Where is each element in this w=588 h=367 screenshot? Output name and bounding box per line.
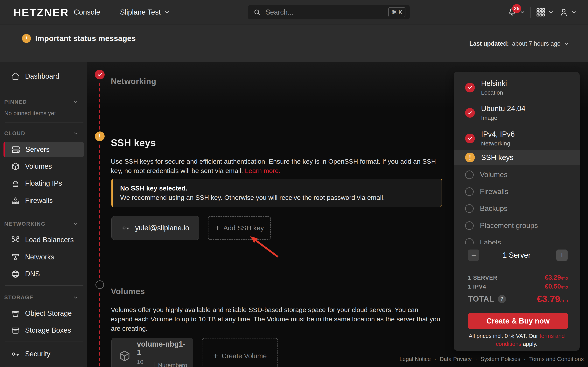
create-volume-button[interactable]: + Create Volume: [202, 338, 278, 367]
increase-server-count-button[interactable]: +: [556, 250, 568, 261]
step-title: Placement groups: [480, 222, 538, 230]
step-title: Ubuntu 24.04: [481, 104, 525, 113]
bucket-icon: [11, 309, 20, 318]
chevron-down-icon: [164, 9, 170, 15]
networking-section-title: Networking: [111, 77, 156, 86]
volume-size: 10 GB: [137, 359, 151, 367]
topbar-actions: 25: [507, 0, 577, 25]
step-todo-badge: [465, 170, 474, 179]
check-icon: [467, 136, 473, 141]
firewall-icon: [11, 196, 20, 205]
create-buy-now-button[interactable]: Create & Buy now: [468, 313, 568, 329]
step-title: Labels: [480, 238, 501, 244]
dot-separator: ·: [434, 356, 436, 362]
add-ssh-key-label: Add SSH key: [224, 224, 264, 232]
step-title: Volumes: [480, 171, 508, 179]
load-balancer-icon: [11, 235, 20, 244]
order-step-backups[interactable]: Backups: [454, 200, 580, 217]
sidebar-item-dns[interactable]: DNS: [0, 266, 87, 282]
project-selector[interactable]: Sliplane Test: [120, 8, 170, 16]
sidebar-item-storage-boxes[interactable]: Storage Boxes: [0, 322, 87, 338]
volume-option[interactable]: volume-nbg1-1 10 GB Nuremberg: [112, 338, 193, 367]
floating-ip-icon: [11, 179, 20, 188]
order-step-ssh-keys[interactable]: ! SSH keys: [454, 150, 580, 165]
total-unit: /mo: [560, 298, 568, 303]
top-bar: HETZNER Console Sliplane Test ⌘ K 25: [0, 0, 588, 25]
sidebar-section-storage[interactable]: STORAGE: [4, 292, 78, 303]
order-step-networking[interactable]: IPv4, IPv6Networking: [454, 126, 580, 151]
apps-grid-icon: [536, 7, 546, 17]
step-todo-badge: [465, 187, 474, 196]
order-step-location[interactable]: HelsinkiLocation: [454, 75, 580, 100]
search-bar[interactable]: ⌘ K: [248, 5, 410, 19]
total-help-icon[interactable]: ?: [498, 295, 506, 303]
add-ssh-key-button[interactable]: + Add SSH key: [208, 216, 271, 240]
search-input[interactable]: [265, 8, 388, 17]
sidebar-item-servers[interactable]: Servers: [3, 142, 84, 157]
sidebar-label: Object Storage: [25, 309, 72, 317]
terms-conditions-link[interactable]: Terms and Conditions: [529, 356, 584, 362]
sidebar-item-load-balancers[interactable]: Load Balancers: [0, 232, 87, 248]
topbar-divider: [530, 7, 531, 18]
sidebar-item-volumes[interactable]: Volumes: [0, 158, 87, 174]
sidebar-section-pinned[interactable]: PINNED: [4, 96, 78, 108]
chevron-down-icon: [571, 9, 577, 15]
sidebar-item-object-storage[interactable]: Object Storage: [0, 305, 87, 321]
order-step-volumes[interactable]: Volumes: [454, 166, 580, 183]
order-step-image[interactable]: Ubuntu 24.04Image: [454, 100, 580, 125]
vat-note: All prices incl. 0 % VAT. Our terms and …: [465, 332, 568, 348]
divider: [5, 366, 83, 367]
home-icon: [11, 72, 20, 81]
key-icon: [11, 350, 20, 359]
dot-separator: ·: [475, 356, 477, 362]
section-label: CLOUD: [4, 131, 26, 136]
sidebar-item-security[interactable]: Security: [0, 346, 87, 362]
learn-more-link[interactable]: Learn more.: [245, 167, 280, 174]
sidebar-label: Security: [25, 350, 50, 358]
legal-notice-link[interactable]: Legal Notice: [399, 356, 431, 362]
system-policies-link[interactable]: System Policies: [480, 356, 520, 362]
sidebar-section-cloud[interactable]: CLOUD: [4, 128, 78, 139]
workspace: Dashboard PINNED No pinned items yet CLO…: [0, 62, 588, 367]
divider: [454, 267, 580, 267]
status-messages-bar: ! Important status messages Maintenance:…: [0, 25, 588, 62]
section-label: NETWORKING: [4, 221, 45, 227]
sidebar-item-firewalls[interactable]: Firewalls: [0, 193, 87, 209]
step-todo-badge: [465, 221, 474, 230]
sidebar-item-dashboard[interactable]: Dashboard: [0, 68, 87, 84]
ssh-key-options: yulei@sliplane.io + Add SSH key: [112, 216, 271, 240]
notifications-button[interactable]: 25: [507, 7, 525, 17]
account-menu-button[interactable]: [559, 7, 577, 17]
sidebar-label: Volumes: [25, 162, 52, 170]
chevron-down-icon: [73, 99, 78, 105]
chevron-down-icon: [548, 9, 554, 15]
hetzner-logo[interactable]: HETZNER: [13, 6, 69, 19]
create-volume-label: Create Volume: [222, 352, 267, 360]
step-title: SSH keys: [481, 153, 513, 162]
sidebar-label: DNS: [25, 270, 40, 278]
apps-menu-button[interactable]: [536, 7, 554, 17]
sidebar-label: Networks: [25, 253, 54, 261]
order-step-placement-groups[interactable]: Placement groups: [454, 217, 580, 234]
cube-icon: [118, 350, 131, 362]
hetzner-console-app: HETZNER Console Sliplane Test ⌘ K 25: [0, 0, 588, 367]
sidebar-label: Floating IPs: [25, 179, 62, 187]
timeline-dashed-line: [99, 292, 100, 367]
status-messages-title: Important status messages: [35, 34, 136, 43]
data-privacy-link[interactable]: Data Privacy: [440, 356, 472, 362]
ssh-key-option[interactable]: yulei@sliplane.io: [112, 216, 199, 240]
order-step-labels[interactable]: Labels: [454, 234, 580, 244]
sidebar-item-networks[interactable]: Networks: [0, 249, 87, 265]
divider: [155, 362, 155, 367]
step-subtitle: Location: [481, 89, 507, 96]
order-steps-list: HelsinkiLocation Ubuntu 24.04Image IPv4,…: [454, 72, 580, 244]
chevron-down-icon: [73, 221, 78, 227]
sidebar-section-networking[interactable]: NETWORKING: [4, 218, 78, 230]
order-step-firewalls[interactable]: Firewalls: [454, 183, 580, 200]
step-done-badge: [465, 83, 475, 92]
plus-icon: +: [215, 224, 220, 232]
sidebar-item-floating-ips[interactable]: Floating IPs: [0, 175, 87, 191]
legal-footer: Legal Notice · Data Privacy · System Pol…: [399, 356, 584, 362]
last-updated-toggle[interactable]: Last updated: about 7 hours ago: [469, 40, 570, 47]
decrease-server-count-button[interactable]: −: [468, 250, 479, 261]
